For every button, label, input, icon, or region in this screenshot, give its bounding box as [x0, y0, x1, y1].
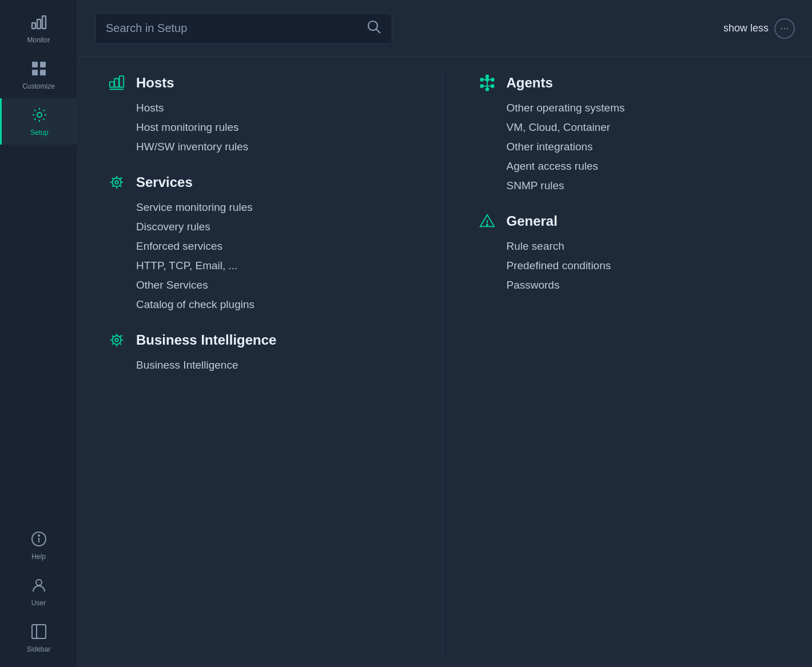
svg-line-25	[120, 185, 121, 187]
svg-point-48	[485, 75, 488, 78]
svg-point-50	[480, 85, 483, 87]
enforced-services-link[interactable]: Enforced services	[136, 240, 222, 252]
sidebar-item-sidebar[interactable]: Sidebar	[0, 615, 77, 661]
content-area: Hosts Hosts Host monitoring rules HW/SW …	[78, 57, 812, 667]
catalog-check-plugins-link[interactable]: Catalog of check plugins	[136, 298, 254, 310]
sidebar-item-customize-label: Customize	[22, 82, 55, 90]
sidebar-item-setup[interactable]: Setup	[0, 98, 77, 145]
left-column: Hosts Hosts Host monitoring rules HW/SW …	[78, 69, 443, 656]
svg-rect-0	[32, 23, 35, 29]
sidebar-toggle-icon	[30, 623, 47, 642]
list-item: Predefined conditions	[507, 259, 784, 272]
svg-point-47	[491, 78, 494, 81]
list-item: SNMP rules	[507, 179, 784, 192]
sidebar-item-monitor[interactable]: Monitor	[0, 6, 77, 52]
sidebar: Monitor Customize Setup	[0, 0, 78, 667]
general-section-header: General	[477, 213, 784, 230]
gear-icon	[31, 106, 48, 126]
svg-line-40	[112, 336, 114, 337]
agents-section: Agents Other operating systems VM, Cloud…	[477, 74, 784, 192]
sidebar-item-customize[interactable]: Customize	[0, 52, 77, 98]
bi-links: Business Intelligence	[106, 359, 413, 372]
list-item: Agent access rules	[507, 160, 784, 173]
list-item: Host monitoring rules	[136, 121, 413, 134]
svg-line-36	[120, 343, 121, 345]
svg-rect-2	[42, 16, 46, 29]
sidebar-item-setup-label: Setup	[30, 129, 48, 137]
agents-icon	[477, 74, 497, 91]
svg-line-15	[376, 29, 380, 33]
svg-point-51	[491, 85, 494, 87]
hosts-section-header: Hosts	[106, 74, 413, 91]
passwords-link[interactable]: Passwords	[507, 279, 560, 291]
general-icon	[477, 213, 497, 230]
list-item: HW/SW inventory rules	[136, 141, 413, 153]
svg-point-21	[115, 181, 118, 184]
sidebar-item-sidebar-label: Sidebar	[27, 645, 50, 653]
other-operating-systems-link[interactable]: Other operating systems	[507, 102, 625, 114]
hosts-links: Hosts Host monitoring rules HW/SW invent…	[106, 102, 413, 153]
svg-line-38	[112, 343, 114, 345]
info-icon	[30, 530, 47, 550]
services-section-title: Services	[136, 174, 193, 190]
sidebar-item-user-label: User	[31, 599, 46, 607]
svg-point-46	[480, 78, 483, 81]
hosts-link[interactable]: Hosts	[136, 102, 164, 114]
agent-access-rules-link[interactable]: Agent access rules	[507, 160, 599, 172]
search-wrapper[interactable]	[95, 13, 392, 44]
search-input[interactable]	[106, 22, 360, 35]
list-item: Other Services	[136, 279, 413, 291]
svg-point-11	[36, 580, 42, 585]
http-tcp-email-link[interactable]: HTTP, TCP, Email, ...	[136, 259, 237, 271]
show-less-label: show less	[723, 22, 769, 34]
list-item: Rule search	[507, 240, 784, 253]
bar-chart-icon	[30, 14, 47, 33]
hosts-section-title: Hosts	[136, 75, 174, 91]
other-services-link[interactable]: Other Services	[136, 279, 208, 291]
list-item: Passwords	[507, 279, 784, 291]
user-icon	[30, 577, 47, 596]
services-icon: +	[106, 174, 127, 191]
svg-point-53	[486, 224, 487, 225]
search-icon	[367, 19, 381, 38]
business-intelligence-link[interactable]: Business Intelligence	[136, 359, 238, 371]
business-intelligence-section: + Business Intelligence Business Intelli…	[106, 331, 413, 372]
general-section: General Rule search Predefined condition…	[477, 213, 784, 291]
list-item: Hosts	[136, 102, 413, 114]
svg-text:+: +	[120, 175, 123, 181]
svg-rect-3	[32, 62, 38, 67]
sidebar-item-monitor-label: Monitor	[27, 36, 50, 44]
svg-rect-17	[114, 79, 119, 87]
svg-rect-6	[40, 70, 46, 75]
right-column: Agents Other operating systems VM, Cloud…	[443, 69, 813, 656]
hwsw-inventory-rules-link[interactable]: HW/SW inventory rules	[136, 141, 248, 153]
general-links: Rule search Predefined conditions Passwo…	[477, 240, 784, 291]
list-item: Business Intelligence	[136, 359, 413, 372]
sidebar-item-user[interactable]: User	[0, 569, 77, 615]
vm-cloud-container-link[interactable]: VM, Cloud, Container	[507, 121, 611, 133]
svg-point-32	[115, 338, 118, 342]
host-monitoring-rules-link[interactable]: Host monitoring rules	[136, 121, 239, 133]
svg-point-49	[485, 88, 488, 91]
svg-point-7	[37, 113, 42, 117]
svg-point-10	[38, 535, 39, 536]
svg-rect-16	[110, 82, 114, 87]
snmp-rules-link[interactable]: SNMP rules	[507, 179, 564, 191]
rule-search-link[interactable]: Rule search	[507, 240, 564, 252]
other-integrations-link[interactable]: Other integrations	[507, 141, 593, 153]
sidebar-item-help[interactable]: Help	[0, 522, 77, 569]
header: show less ⋯	[78, 0, 812, 57]
svg-text:+: +	[120, 333, 123, 339]
service-monitoring-rules-link[interactable]: Service monitoring rules	[136, 201, 253, 213]
grid-icon	[30, 60, 47, 79]
agents-section-title: Agents	[507, 75, 553, 91]
predefined-conditions-link[interactable]: Predefined conditions	[507, 259, 611, 271]
services-links: Service monitoring rules Discovery rules…	[106, 201, 413, 311]
discovery-rules-link[interactable]: Discovery rules	[136, 221, 210, 233]
svg-point-14	[368, 21, 377, 30]
list-item: Other integrations	[507, 141, 784, 153]
agents-section-header: Agents	[477, 74, 784, 91]
list-item: Service monitoring rules	[136, 201, 413, 214]
show-less-button[interactable]: show less ⋯	[723, 18, 795, 39]
list-item: Enforced services	[136, 240, 413, 253]
